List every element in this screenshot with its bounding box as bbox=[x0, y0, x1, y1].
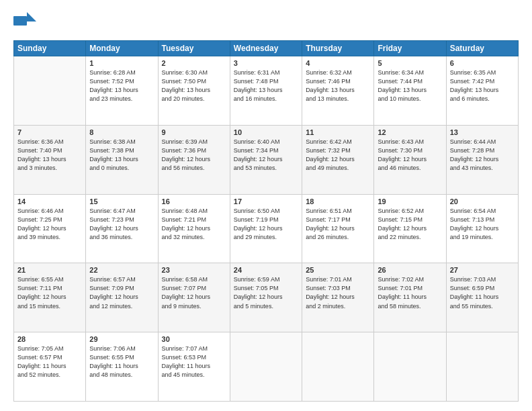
calendar-cell bbox=[374, 332, 446, 402]
calendar-cell: 5Sunrise: 6:34 AMSunset: 7:44 PMDaylight… bbox=[374, 56, 446, 126]
calendar-cell: 16Sunrise: 6:48 AMSunset: 7:21 PMDayligh… bbox=[158, 194, 230, 263]
day-number: 4 bbox=[306, 59, 370, 67]
calendar-cell: 8Sunrise: 6:38 AMSunset: 7:38 PMDaylight… bbox=[86, 125, 158, 194]
day-number: 1 bbox=[89, 59, 154, 67]
day-info: Sunrise: 6:32 AMSunset: 7:46 PMDaylight:… bbox=[306, 68, 370, 103]
weekday-header: Thursday bbox=[302, 41, 374, 56]
calendar-cell: 28Sunrise: 7:05 AMSunset: 6:57 PMDayligh… bbox=[14, 332, 86, 402]
day-info: Sunrise: 6:58 AMSunset: 7:07 PMDaylight:… bbox=[162, 275, 226, 310]
day-info: Sunrise: 6:51 AMSunset: 7:17 PMDaylight:… bbox=[306, 207, 370, 242]
day-info: Sunrise: 6:43 AMSunset: 7:30 PMDaylight:… bbox=[378, 138, 442, 173]
day-info: Sunrise: 6:28 AMSunset: 7:52 PMDaylight:… bbox=[89, 68, 154, 103]
calendar-cell: 12Sunrise: 6:43 AMSunset: 7:30 PMDayligh… bbox=[374, 125, 446, 194]
day-info: Sunrise: 6:44 AMSunset: 7:28 PMDaylight:… bbox=[450, 138, 515, 173]
logo-icon bbox=[13, 12, 36, 31]
calendar-cell: 15Sunrise: 6:47 AMSunset: 7:23 PMDayligh… bbox=[86, 194, 158, 263]
day-info: Sunrise: 6:35 AMSunset: 7:42 PMDaylight:… bbox=[450, 68, 515, 103]
day-number: 21 bbox=[17, 266, 82, 274]
day-number: 24 bbox=[234, 266, 298, 274]
day-number: 9 bbox=[162, 128, 226, 136]
day-number: 25 bbox=[306, 266, 370, 274]
calendar-cell: 10Sunrise: 6:40 AMSunset: 7:34 PMDayligh… bbox=[230, 125, 302, 194]
calendar-cell: 14Sunrise: 6:46 AMSunset: 7:25 PMDayligh… bbox=[14, 194, 86, 263]
day-info: Sunrise: 7:02 AMSunset: 7:01 PMDaylight:… bbox=[378, 275, 442, 310]
calendar-cell: 11Sunrise: 6:42 AMSunset: 7:32 PMDayligh… bbox=[302, 125, 374, 194]
day-number: 17 bbox=[234, 197, 298, 205]
day-info: Sunrise: 6:54 AMSunset: 7:13 PMDaylight:… bbox=[450, 207, 515, 242]
day-info: Sunrise: 7:05 AMSunset: 6:57 PMDaylight:… bbox=[17, 345, 82, 379]
day-info: Sunrise: 6:40 AMSunset: 7:34 PMDaylight:… bbox=[234, 138, 298, 173]
calendar-cell: 2Sunrise: 6:30 AMSunset: 7:50 PMDaylight… bbox=[158, 56, 230, 126]
day-number: 10 bbox=[234, 128, 298, 136]
day-info: Sunrise: 6:42 AMSunset: 7:32 PMDaylight:… bbox=[306, 138, 370, 173]
calendar-cell: 17Sunrise: 6:50 AMSunset: 7:19 PMDayligh… bbox=[230, 194, 302, 263]
day-info: Sunrise: 6:39 AMSunset: 7:36 PMDaylight:… bbox=[162, 138, 226, 173]
day-info: Sunrise: 6:34 AMSunset: 7:44 PMDaylight:… bbox=[378, 68, 442, 103]
day-number: 28 bbox=[17, 335, 82, 343]
calendar-cell: 18Sunrise: 6:51 AMSunset: 7:17 PMDayligh… bbox=[302, 194, 374, 263]
day-info: Sunrise: 6:46 AMSunset: 7:25 PMDaylight:… bbox=[17, 207, 82, 242]
calendar-week-row: 14Sunrise: 6:46 AMSunset: 7:25 PMDayligh… bbox=[14, 194, 519, 263]
calendar-cell: 29Sunrise: 7:06 AMSunset: 6:55 PMDayligh… bbox=[86, 332, 158, 402]
day-info: Sunrise: 6:55 AMSunset: 7:11 PMDaylight:… bbox=[17, 275, 82, 310]
calendar-table: SundayMondayTuesdayWednesdayThursdayFrid… bbox=[13, 40, 519, 402]
weekday-header: Tuesday bbox=[158, 41, 230, 56]
calendar-cell: 21Sunrise: 6:55 AMSunset: 7:11 PMDayligh… bbox=[14, 263, 86, 332]
page-header bbox=[13, 12, 519, 34]
calendar-cell: 22Sunrise: 6:57 AMSunset: 7:09 PMDayligh… bbox=[86, 263, 158, 332]
weekday-header: Sunday bbox=[14, 41, 86, 56]
calendar-cell bbox=[302, 332, 374, 402]
calendar-header-row: SundayMondayTuesdayWednesdayThursdayFrid… bbox=[14, 41, 519, 56]
calendar-cell: 19Sunrise: 6:52 AMSunset: 7:15 PMDayligh… bbox=[374, 194, 446, 263]
svg-rect-0 bbox=[13, 16, 27, 26]
day-number: 27 bbox=[450, 266, 515, 274]
calendar-cell bbox=[230, 332, 302, 402]
calendar-cell: 26Sunrise: 7:02 AMSunset: 7:01 PMDayligh… bbox=[374, 263, 446, 332]
calendar-cell: 7Sunrise: 6:36 AMSunset: 7:40 PMDaylight… bbox=[14, 125, 86, 194]
day-info: Sunrise: 6:52 AMSunset: 7:15 PMDaylight:… bbox=[378, 207, 442, 242]
calendar-week-row: 1Sunrise: 6:28 AMSunset: 7:52 PMDaylight… bbox=[14, 56, 519, 126]
day-number: 26 bbox=[378, 266, 442, 274]
day-number: 15 bbox=[89, 197, 154, 205]
calendar-cell: 30Sunrise: 7:07 AMSunset: 6:53 PMDayligh… bbox=[158, 332, 230, 402]
calendar-week-row: 7Sunrise: 6:36 AMSunset: 7:40 PMDaylight… bbox=[14, 125, 519, 194]
calendar-week-row: 21Sunrise: 6:55 AMSunset: 7:11 PMDayligh… bbox=[14, 263, 519, 332]
day-info: Sunrise: 7:06 AMSunset: 6:55 PMDaylight:… bbox=[89, 345, 154, 379]
day-number: 12 bbox=[378, 128, 442, 136]
day-number: 5 bbox=[378, 59, 442, 67]
day-number: 2 bbox=[162, 59, 226, 67]
calendar-week-row: 28Sunrise: 7:05 AMSunset: 6:57 PMDayligh… bbox=[14, 332, 519, 402]
day-number: 22 bbox=[89, 266, 154, 274]
day-number: 16 bbox=[162, 197, 226, 205]
day-number: 6 bbox=[450, 59, 515, 67]
calendar-cell: 13Sunrise: 6:44 AMSunset: 7:28 PMDayligh… bbox=[446, 125, 518, 194]
day-number: 19 bbox=[378, 197, 442, 205]
weekday-header: Wednesday bbox=[230, 41, 302, 56]
calendar-cell: 23Sunrise: 6:58 AMSunset: 7:07 PMDayligh… bbox=[158, 263, 230, 332]
day-info: Sunrise: 6:57 AMSunset: 7:09 PMDaylight:… bbox=[89, 275, 154, 310]
day-number: 20 bbox=[450, 197, 515, 205]
day-info: Sunrise: 6:31 AMSunset: 7:48 PMDaylight:… bbox=[234, 68, 298, 103]
svg-marker-1 bbox=[27, 12, 36, 21]
day-info: Sunrise: 6:50 AMSunset: 7:19 PMDaylight:… bbox=[234, 207, 298, 242]
calendar-cell: 4Sunrise: 6:32 AMSunset: 7:46 PMDaylight… bbox=[302, 56, 374, 126]
day-number: 14 bbox=[17, 197, 82, 205]
day-info: Sunrise: 7:01 AMSunset: 7:03 PMDaylight:… bbox=[306, 275, 370, 310]
day-number: 3 bbox=[234, 59, 298, 67]
calendar-cell: 6Sunrise: 6:35 AMSunset: 7:42 PMDaylight… bbox=[446, 56, 518, 126]
calendar-cell: 24Sunrise: 6:59 AMSunset: 7:05 PMDayligh… bbox=[230, 263, 302, 332]
day-info: Sunrise: 6:38 AMSunset: 7:38 PMDaylight:… bbox=[89, 138, 154, 173]
calendar-cell: 1Sunrise: 6:28 AMSunset: 7:52 PMDaylight… bbox=[86, 56, 158, 126]
logo bbox=[13, 12, 40, 34]
day-info: Sunrise: 6:36 AMSunset: 7:40 PMDaylight:… bbox=[17, 138, 82, 173]
weekday-header: Friday bbox=[374, 41, 446, 56]
day-number: 23 bbox=[162, 266, 226, 274]
day-number: 13 bbox=[450, 128, 515, 136]
calendar-cell: 3Sunrise: 6:31 AMSunset: 7:48 PMDaylight… bbox=[230, 56, 302, 126]
day-info: Sunrise: 7:03 AMSunset: 6:59 PMDaylight:… bbox=[450, 275, 515, 310]
weekday-header: Saturday bbox=[446, 41, 518, 56]
day-number: 7 bbox=[17, 128, 82, 136]
calendar-cell bbox=[14, 56, 86, 126]
calendar-cell bbox=[446, 332, 518, 402]
day-number: 29 bbox=[89, 335, 154, 343]
